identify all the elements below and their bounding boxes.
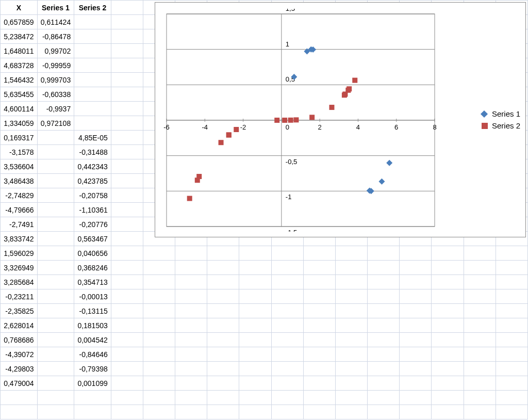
cell[interactable]: 3,285684 xyxy=(1,275,38,289)
cell[interactable] xyxy=(239,405,271,419)
cell[interactable] xyxy=(74,102,111,116)
legend-item-series1[interactable]: Series 1 xyxy=(482,109,520,118)
cell[interactable] xyxy=(239,304,271,318)
cell[interactable] xyxy=(111,73,143,87)
cell[interactable]: 1,334059 xyxy=(1,116,38,131)
cell[interactable]: 0,479004 xyxy=(1,376,38,391)
cell[interactable] xyxy=(271,318,303,333)
cell[interactable] xyxy=(111,116,143,131)
cell[interactable] xyxy=(496,391,527,405)
cell[interactable] xyxy=(271,362,303,376)
cell[interactable] xyxy=(111,405,143,419)
cell[interactable] xyxy=(496,405,527,419)
cell[interactable] xyxy=(37,405,74,419)
cell[interactable] xyxy=(303,391,335,405)
cell[interactable]: -0,20758 xyxy=(74,188,111,203)
cell[interactable] xyxy=(464,304,496,318)
cell[interactable] xyxy=(37,304,74,318)
cell[interactable] xyxy=(37,261,74,275)
cell[interactable] xyxy=(239,261,271,275)
cell[interactable] xyxy=(303,261,335,275)
cell[interactable] xyxy=(37,391,74,405)
cell[interactable] xyxy=(432,376,464,391)
cell[interactable] xyxy=(239,347,271,362)
cell[interactable] xyxy=(175,289,207,304)
cell[interactable] xyxy=(400,261,432,275)
cell[interactable] xyxy=(207,275,239,289)
cell[interactable] xyxy=(143,333,175,347)
cell[interactable] xyxy=(175,246,207,261)
cell[interactable]: -4,29803 xyxy=(1,362,38,376)
cell[interactable] xyxy=(37,333,74,347)
cell[interactable] xyxy=(111,15,143,29)
cell[interactable] xyxy=(143,376,175,391)
cell[interactable] xyxy=(111,333,143,347)
cell[interactable] xyxy=(303,318,335,333)
cell[interactable] xyxy=(239,333,271,347)
cell[interactable] xyxy=(37,188,74,203)
cell[interactable] xyxy=(496,362,527,376)
cell[interactable] xyxy=(368,275,400,289)
cell[interactable] xyxy=(271,304,303,318)
cell[interactable] xyxy=(335,333,367,347)
cell[interactable] xyxy=(400,405,432,419)
cell[interactable] xyxy=(37,275,74,289)
cell[interactable] xyxy=(175,261,207,275)
cell[interactable] xyxy=(271,347,303,362)
cell[interactable] xyxy=(271,376,303,391)
cell[interactable]: -4,79666 xyxy=(1,203,38,217)
legend-item-series2[interactable]: Series 2 xyxy=(482,121,520,130)
cell[interactable] xyxy=(74,87,111,102)
cell[interactable] xyxy=(335,405,367,419)
cell[interactable] xyxy=(111,131,143,145)
cell[interactable] xyxy=(271,405,303,419)
col-empty[interactable] xyxy=(111,1,143,15)
cell[interactable]: 0,004542 xyxy=(74,333,111,347)
cell[interactable] xyxy=(271,333,303,347)
cell[interactable] xyxy=(111,29,143,44)
cell[interactable] xyxy=(400,246,432,261)
cell[interactable]: 0,040656 xyxy=(74,246,111,261)
cell[interactable] xyxy=(37,217,74,232)
cell[interactable] xyxy=(464,391,496,405)
cell[interactable] xyxy=(335,275,367,289)
cell[interactable] xyxy=(111,159,143,174)
cell[interactable] xyxy=(1,405,38,419)
cell[interactable]: 3,536604 xyxy=(1,159,38,174)
cell[interactable] xyxy=(432,333,464,347)
cell[interactable] xyxy=(432,289,464,304)
cell[interactable] xyxy=(37,131,74,145)
cell[interactable]: 0,181503 xyxy=(74,318,111,333)
cell[interactable] xyxy=(239,275,271,289)
col-header-x[interactable]: X xyxy=(1,1,38,15)
cell[interactable] xyxy=(271,246,303,261)
cell[interactable] xyxy=(111,304,143,318)
cell[interactable] xyxy=(335,246,367,261)
cell[interactable] xyxy=(239,289,271,304)
cell[interactable] xyxy=(368,318,400,333)
cell[interactable] xyxy=(368,289,400,304)
cell[interactable] xyxy=(37,232,74,246)
cell[interactable]: -0,84646 xyxy=(74,347,111,362)
cell[interactable]: -3,1578 xyxy=(1,145,38,159)
cell[interactable]: -0,60338 xyxy=(37,87,74,102)
cell[interactable] xyxy=(37,203,74,217)
cell[interactable] xyxy=(175,376,207,391)
cell[interactable] xyxy=(207,362,239,376)
cell[interactable] xyxy=(303,376,335,391)
cell[interactable] xyxy=(303,362,335,376)
cell[interactable] xyxy=(74,29,111,44)
cell[interactable] xyxy=(111,44,143,58)
cell[interactable] xyxy=(239,246,271,261)
cell[interactable] xyxy=(464,333,496,347)
cell[interactable]: 0,999703 xyxy=(37,73,74,87)
cell[interactable] xyxy=(335,391,367,405)
cell[interactable] xyxy=(143,289,175,304)
cell[interactable] xyxy=(1,391,38,405)
cell[interactable] xyxy=(175,318,207,333)
cell[interactable] xyxy=(74,73,111,87)
cell[interactable] xyxy=(175,347,207,362)
cell[interactable] xyxy=(37,174,74,188)
cell[interactable] xyxy=(432,391,464,405)
cell[interactable] xyxy=(400,391,432,405)
